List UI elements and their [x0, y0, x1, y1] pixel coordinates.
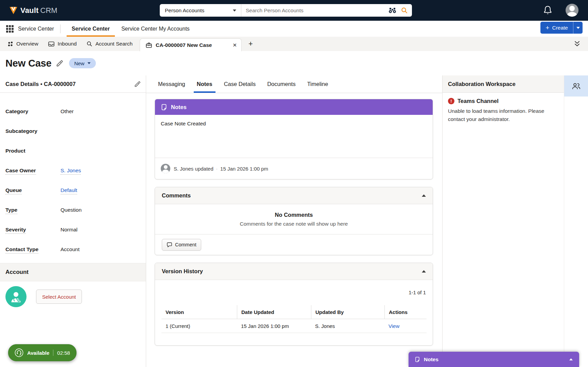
people-icon: [571, 82, 581, 90]
tab-timeline[interactable]: Timeline: [301, 75, 334, 93]
column-header-version: Version: [161, 305, 237, 319]
tab-inbound-label: Inbound: [58, 41, 77, 47]
create-button-label: Create: [552, 25, 568, 31]
select-account-label: Select Account: [42, 294, 76, 300]
create-button[interactable]: + Create: [540, 22, 573, 34]
close-icon[interactable]: ✕: [232, 42, 237, 48]
case-status-pill[interactable]: New: [69, 58, 96, 68]
chevron-down-icon: [88, 62, 91, 64]
case-fields-list: Category Other Subcategory Product Case …: [0, 93, 146, 259]
pagination-range: 1-1 of 1: [155, 290, 433, 296]
field-value: Normal: [60, 227, 77, 232]
note-icon: [161, 104, 167, 111]
chevron-down-icon: [576, 27, 580, 29]
app-name-label: Service Center: [18, 26, 54, 32]
account-section-header: Account: [0, 263, 146, 281]
headset-icon: [15, 348, 23, 357]
create-split-button: + Create: [540, 22, 583, 34]
note-updated-by[interactable]: S. Jones updated: [174, 166, 213, 172]
field-label: Severity: [5, 227, 26, 234]
account-row: Select Account: [5, 286, 140, 307]
case-details-panel-header: Case Details • CA-0000007: [0, 75, 146, 93]
edit-title-pencil-icon[interactable]: [56, 60, 63, 67]
create-dropdown-button[interactable]: [573, 22, 583, 34]
edit-case-details-pencil-icon[interactable]: [134, 81, 141, 87]
binoculars-icon[interactable]: [388, 7, 397, 14]
expand-chevron-up-icon[interactable]: [569, 359, 573, 361]
collapse-chevron-up-icon[interactable]: [422, 194, 426, 197]
notifications-bell-icon[interactable]: [543, 5, 552, 15]
field-queue: Queue Default: [0, 180, 146, 200]
collaboration-people-button[interactable]: [564, 75, 588, 97]
workspace-tab-strip: Overview Inbound Account: [0, 37, 588, 51]
comment-button[interactable]: Comment: [162, 239, 201, 251]
tab-notes[interactable]: Notes: [191, 75, 218, 93]
tab-service-center-my-accounts[interactable]: Service Center My Accounts: [116, 21, 195, 37]
collaboration-body: ! Teams Channel Unable to load teams inf…: [443, 93, 569, 128]
docked-notes-title: Notes: [424, 356, 438, 363]
field-severity: Severity Normal: [0, 220, 146, 240]
case-main-area: Messaging Notes Case Details Documents T…: [146, 75, 443, 367]
agent-presence-pill[interactable]: Available 02:58: [8, 344, 76, 361]
field-value: Question: [60, 207, 82, 213]
search-icons: [388, 7, 408, 14]
top-navbar: Vault CRM Person Accounts: [0, 0, 588, 21]
version-history-header: Version History: [155, 263, 433, 280]
vault-logo-icon: [9, 6, 18, 15]
case-status-label: New: [74, 60, 84, 66]
queue-link[interactable]: Default: [60, 187, 77, 194]
brand-crm-text: CRM: [40, 6, 57, 15]
tab-messaging[interactable]: Messaging: [152, 75, 191, 93]
double-chevron-down-icon[interactable]: [574, 40, 581, 48]
comments-empty-state: No Comments Comments for the case note w…: [155, 204, 433, 234]
teams-channel-error-row: ! Teams Channel: [448, 98, 564, 104]
field-label: Case Owner: [5, 168, 36, 175]
page-title: New Case: [5, 58, 51, 69]
field-label: Type: [5, 207, 17, 214]
briefcase-icon: [145, 42, 152, 48]
search-icon[interactable]: [401, 7, 408, 14]
tab-service-center[interactable]: Service Center: [66, 21, 116, 37]
grid-icon: [7, 41, 13, 47]
teams-channel-title: Teams Channel: [457, 98, 499, 104]
docked-notes-bar[interactable]: Notes: [409, 352, 579, 367]
new-tab-button[interactable]: +: [248, 37, 253, 51]
error-message-line2: contact your administrator.: [448, 115, 564, 123]
field-label: Subcategory: [5, 128, 37, 134]
brand-vault-text: Vault: [20, 6, 39, 15]
field-value: Other: [60, 108, 74, 114]
case-tab-label: CA-0000007 New Case: [156, 42, 212, 48]
tab-case-details[interactable]: Case Details: [218, 75, 262, 93]
view-version-link[interactable]: View: [388, 323, 399, 329]
app-launcher-icon[interactable]: [6, 25, 14, 33]
comment-button-label: Comment: [175, 242, 196, 247]
collaboration-side-rail: [564, 75, 588, 367]
search-input[interactable]: [241, 7, 412, 14]
user-avatar[interactable]: [566, 4, 578, 17]
search-scope-dropdown[interactable]: Person Accounts: [160, 4, 241, 17]
tab-account-search[interactable]: Account Search: [82, 41, 137, 47]
case-details-header-title: Case Details • CA-0000007: [5, 81, 76, 87]
tab-overview[interactable]: Overview: [3, 41, 43, 47]
collapse-chevron-up-icon[interactable]: [422, 270, 426, 273]
brand-logo[interactable]: Vault CRM: [9, 0, 57, 21]
avatar-bust-shape: [567, 12, 577, 17]
field-value: Account: [60, 246, 80, 252]
tab-case-ca-0000007[interactable]: CA-0000007 New Case ✕: [140, 38, 242, 51]
select-account-button[interactable]: Select Account: [36, 290, 82, 304]
version-history-title: Version History: [162, 268, 203, 275]
search-scope-value: Person Accounts: [165, 7, 204, 14]
error-message-line1: Unable to load teams information. Please: [448, 107, 564, 115]
notes-card: Notes Case Note Created S. Jones updated…: [155, 99, 433, 179]
separator-dot: ·: [216, 166, 218, 171]
column-header-updated-by: Updated By: [311, 305, 384, 319]
avatar-head-shape: [569, 6, 575, 11]
tab-account-search-label: Account Search: [96, 41, 133, 47]
field-type: Type Question: [0, 200, 146, 220]
tab-documents[interactable]: Documents: [261, 75, 301, 93]
presence-status-label: Available: [27, 350, 49, 356]
presence-timer: 02:58: [57, 350, 70, 356]
case-owner-link[interactable]: S. Jones: [60, 168, 81, 175]
cell-date-updated: 15 Jan 2026 1:00 pm: [237, 319, 311, 333]
tab-inbound[interactable]: Inbound: [43, 41, 82, 47]
